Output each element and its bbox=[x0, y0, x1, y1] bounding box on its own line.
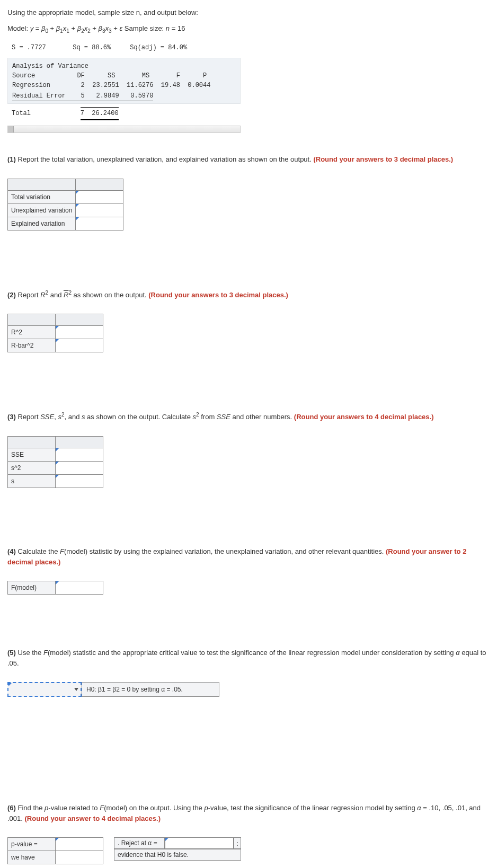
question-5: (5) Use the F(model) statistic and the a… bbox=[7, 648, 490, 668]
q1-text-b: (Round your answers to 3 decimal places.… bbox=[313, 155, 453, 163]
q2-tc: (Round your answers to 3 decimal places.… bbox=[148, 291, 288, 299]
question-1: (1) Report the total variation, unexplai… bbox=[7, 154, 490, 165]
beta3: β bbox=[99, 24, 102, 32]
q6-row-label: we have bbox=[8, 851, 56, 864]
q3-row-label: s^2 bbox=[8, 462, 56, 475]
q6-answer-wrap: p-value = we have . Reject at α = : evid… bbox=[7, 837, 490, 864]
q4-table: F(model) bbox=[7, 581, 103, 595]
model-line: Model: y = β0 + β1x1 + β2x2 + β3x3 + ε S… bbox=[7, 23, 490, 35]
flag-icon bbox=[56, 326, 59, 329]
flag-icon bbox=[76, 204, 79, 207]
stats-line: S = .7727 Sq = 88.6% Sq(adj) = 84.0% bbox=[7, 41, 490, 55]
q6-ta: Find the bbox=[16, 804, 45, 812]
q2-row-label: R-bar^2 bbox=[8, 339, 56, 352]
q1-row-label: Unexplained variation bbox=[8, 203, 76, 217]
flag-icon bbox=[8, 683, 12, 686]
q2-input-r2[interactable] bbox=[56, 326, 103, 339]
q6-input-wehave[interactable] bbox=[56, 851, 103, 864]
q3-tc: as shown on the output. Calculate bbox=[85, 413, 192, 421]
q6-tb: -value related to bbox=[48, 804, 100, 812]
q6-alpha: α bbox=[417, 804, 421, 812]
flag-icon bbox=[56, 339, 59, 342]
q2-tb: as shown on the output. bbox=[72, 291, 148, 299]
q3-td: from bbox=[199, 413, 217, 421]
q1-row-label: Total variation bbox=[8, 190, 76, 203]
q3-h2 bbox=[56, 437, 103, 448]
q2-input-rbar2[interactable] bbox=[56, 339, 103, 352]
q4-num: (4) bbox=[7, 547, 16, 555]
q2-hdr1 bbox=[8, 314, 56, 326]
anova-residual: Residual Error 5 2.9849 0.5970 bbox=[12, 91, 153, 101]
q2-mid: and bbox=[48, 291, 64, 299]
q4-f2: (model) statistic by using the explained… bbox=[64, 547, 386, 555]
q3-input-s2[interactable] bbox=[56, 462, 103, 475]
question-6: (6) Find the p-value related to F(model)… bbox=[7, 803, 490, 823]
q6-p2: p bbox=[204, 804, 208, 812]
q3-ta: Report bbox=[16, 413, 40, 421]
q5-num: (5) bbox=[7, 649, 16, 657]
beta2: β bbox=[77, 24, 81, 32]
q6-reject-input[interactable] bbox=[165, 837, 234, 849]
q3-te: and other numbers. bbox=[230, 413, 294, 421]
q5-select[interactable] bbox=[7, 682, 82, 697]
flag-icon bbox=[56, 462, 59, 465]
eps: ε bbox=[119, 24, 122, 32]
q6-reject-selext[interactable]: : bbox=[234, 837, 241, 849]
q4-ta: Calculate the bbox=[16, 547, 60, 555]
q4-input-fmodel[interactable] bbox=[56, 581, 103, 595]
q5-f: F bbox=[43, 649, 48, 657]
anova-block: Analysis of Variance Source DF SS MS F P… bbox=[7, 58, 241, 104]
q1-input-total[interactable] bbox=[76, 190, 123, 203]
q3-num: (3) bbox=[7, 413, 16, 421]
q6-evidence-row: evidence that H0 is false. bbox=[114, 849, 241, 861]
q2-hdr2 bbox=[56, 314, 103, 326]
q3-row-label: SSE bbox=[8, 448, 56, 462]
flag-icon bbox=[76, 191, 79, 194]
flag-icon bbox=[165, 838, 168, 841]
scrollbar-stub[interactable] bbox=[7, 126, 241, 133]
q5-ta: Use the bbox=[16, 649, 43, 657]
flag-icon bbox=[56, 448, 59, 451]
intro-text: Using the appropriate model, sample size… bbox=[7, 7, 490, 18]
q6-table-left: p-value = we have bbox=[7, 837, 103, 864]
sample-size-label: Sample size: bbox=[125, 24, 166, 32]
q3-input-sse[interactable] bbox=[56, 448, 103, 462]
q6-tc: (model) on the output. Using the bbox=[104, 804, 204, 812]
q3-tf: (Round your answers to 4 decimal places.… bbox=[294, 413, 434, 421]
q2-row-label: R^2 bbox=[8, 326, 56, 339]
q6-input-pvalue[interactable] bbox=[56, 838, 103, 851]
q3-sse2: SSE bbox=[217, 413, 230, 421]
flag-icon bbox=[56, 475, 59, 478]
q3-table: SSE s^2 s bbox=[7, 436, 103, 488]
q2-table: R^2 R-bar^2 bbox=[7, 314, 103, 352]
q6-num: (6) bbox=[7, 804, 16, 812]
q6-tf: (Round your answer to 4 decimal places.) bbox=[25, 814, 161, 822]
anova-header: Source DF SS MS F P bbox=[12, 71, 236, 81]
model-y: y bbox=[30, 24, 34, 32]
chevron-down-icon bbox=[74, 688, 78, 691]
q2-num: (2) bbox=[7, 291, 16, 299]
q1-hdr-blank2 bbox=[76, 179, 123, 190]
q6-right-col: . Reject at α = : evidence that H0 is fa… bbox=[114, 837, 241, 861]
q6-td: -value, test the significance of the lin… bbox=[208, 804, 418, 812]
flag-icon bbox=[56, 838, 59, 841]
q6-evidence-label: evidence that H0 is false. bbox=[114, 849, 241, 861]
anova-title: Analysis of Variance bbox=[12, 61, 236, 71]
q1-input-unexplained[interactable] bbox=[76, 203, 123, 217]
q5-alpha: α bbox=[456, 649, 459, 657]
question-3: (3) Report SSE, s2, and s as shown on th… bbox=[7, 411, 490, 422]
flag-icon bbox=[56, 581, 59, 584]
q1-hdr-blank1 bbox=[8, 179, 76, 190]
q6-reject-row: . Reject at α = : bbox=[114, 837, 241, 849]
q3-input-s[interactable] bbox=[56, 475, 103, 488]
question-4: (4) Calculate the F(model) statistic by … bbox=[7, 546, 490, 567]
q5-answer-row: H0: β1 = β2 = 0 by setting α = .05. bbox=[7, 682, 490, 697]
q1-input-explained[interactable] bbox=[76, 217, 123, 230]
q1-text-a: Report the total variation, unexplained … bbox=[16, 155, 314, 163]
q2-ta: Report bbox=[16, 291, 40, 299]
flag-icon bbox=[76, 217, 79, 220]
q3-sse: SSE bbox=[40, 413, 54, 421]
anova-total: Total 7 26.2400 bbox=[7, 104, 241, 123]
q1-table: Total variation Unexplained variation Ex… bbox=[7, 179, 123, 231]
q5-tb: (model) statistic and the appropriate cr… bbox=[48, 649, 456, 657]
